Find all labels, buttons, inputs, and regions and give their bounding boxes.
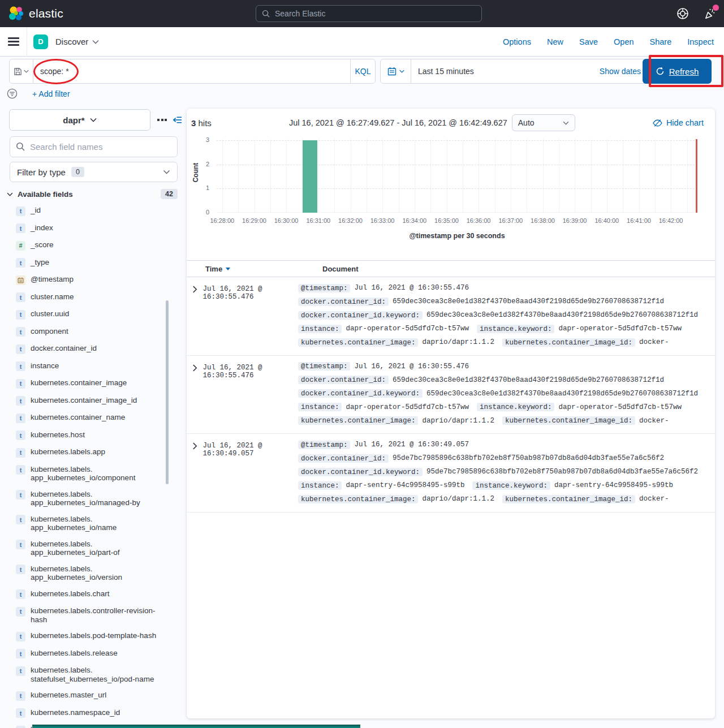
date-quick-menu-button[interactable] [381,59,411,83]
chevron-down-icon [24,70,29,73]
save-button[interactable]: Save [579,37,598,46]
notification-dot [713,5,719,11]
collapse-sidebar-icon[interactable] [173,116,182,124]
refresh-button[interactable]: Refresh [643,59,712,84]
field-item[interactable]: tkubernetes.​labels.​app [16,444,187,462]
discover-app-badge[interactable]: D [33,35,48,49]
elastic-logo[interactable]: elastic [0,6,63,21]
field-key-chip: kubernetes.container_image_id: [502,416,635,425]
field-name: cluster.​name [31,292,163,301]
field-value: dapr-operator-5d5dfd7cb-t57ww [346,325,469,333]
field-value: 95de7bc7985896c638bfb702eb8f750ab987b07d… [393,454,664,462]
field-item[interactable]: tkubernetes.​namespace_id [16,705,187,722]
field-value: 659dec30cea3c8e0e1d382f4370be8aad430f219… [426,311,698,319]
menu-icon[interactable] [8,36,19,48]
filter-icon[interactable] [7,88,18,99]
field-item[interactable]: tcomponent [16,324,187,341]
field-item[interactable]: tkubernetes.​labels.​controller-revision… [16,603,187,628]
field-item[interactable]: tkubernetes.​labels.​app_kubernetes_io/c… [16,462,187,486]
gridline-horizontal [217,140,697,141]
show-dates-button[interactable]: Show dates [600,67,648,76]
field-key-chip: instance.keyword: [472,481,550,490]
inspect-button[interactable]: Inspect [687,37,714,46]
available-fields-header[interactable]: Available fields 42 [7,189,178,199]
field-type-string-badge: t [16,515,25,524]
field-item[interactable]: t_index [16,220,187,238]
field-item[interactable]: tcluster.​uuid [16,306,187,324]
field-item[interactable]: tkubernetes.​labels.​app_kubernetes_io/n… [16,511,187,536]
eye-closed-icon [653,118,662,128]
field-item[interactable]: tkubernetes.​labels.​statefulset_kuberne… [16,662,187,687]
field-item[interactable]: tkubernetes.​labels.​app_kubernetes_io/p… [16,536,187,561]
index-pattern-selector[interactable]: dapr* [9,109,150,131]
row-document-summary: @timestamp:Jul 16, 2021 @ 16:30:49.057do… [298,440,706,505]
field-key-chip: kubernetes.container_image: [298,495,419,503]
field-item[interactable]: tdocker.​container_id [16,341,187,358]
expand-row-button[interactable] [187,440,203,505]
field-item[interactable]: tkubernetes.​container_image [16,375,187,393]
open-button[interactable]: Open [614,37,634,46]
gridline-vertical [479,139,479,213]
y-tick-label: 0 [187,209,209,216]
help-icon[interactable] [675,6,690,21]
hide-chart-label: Hide chart [666,118,704,127]
sidebar-scrollbar[interactable] [166,300,169,484]
field-item[interactable]: tkubernetes.​container_name [16,410,187,427]
expand-row-button[interactable] [187,362,203,427]
query-language-button[interactable]: KQL [350,59,375,83]
query-input[interactable]: scope: * [33,67,350,76]
expand-row-button[interactable] [187,283,203,348]
histogram-chart[interactable]: Count @timestamp per 30 seconds 012316:2… [187,135,715,252]
field-item[interactable]: tkubernetes.​labels.​release [16,645,187,663]
field-pair: docker.container_id:95de7bc7985896c638bf… [298,454,664,462]
field-item[interactable]: #_score [16,237,187,255]
field-item[interactable]: t_type [16,255,187,272]
field-item[interactable]: t_id [16,203,187,220]
field-item[interactable]: tcluster.​name [16,289,187,307]
field-item[interactable]: tkubernetes.​labels.​app_kubernetes_io/v… [16,561,187,586]
field-item[interactable]: tkubernetes.​labels.​chart [16,586,187,604]
newsfeed-icon[interactable] [703,6,717,21]
gridline-vertical [334,139,335,213]
document-line: docker.container_id.keyword:95de7bc79858… [298,467,706,477]
saved-query-menu-button[interactable] [10,59,33,83]
field-value: Jul 16, 2021 @ 16:30:49.057 [354,441,469,449]
field-value: Jul 16, 2021 @ 16:30:55.476 [354,363,469,371]
global-search-input[interactable]: Search Elastic [256,5,482,22]
field-item[interactable]: tinstance [16,358,187,376]
gridline-vertical [623,139,623,213]
field-type-string-badge: t [16,490,25,499]
timerange-value[interactable]: Last 15 minutes [411,67,600,76]
field-type-string-badge: t [16,396,25,406]
document-line: docker.container_id:659dec30cea3c8e0e1d3… [298,297,706,307]
options-button[interactable]: Options [503,37,531,46]
share-button[interactable]: Share [650,37,672,46]
hide-chart-button[interactable]: Hide chart [653,118,706,128]
elastic-logo-icon [8,6,24,21]
field-key-chip: @timestamp: [298,284,351,292]
field-name: kubernetes.​container_name [31,413,163,422]
interval-value: Auto [518,118,535,127]
histogram-bar[interactable] [303,140,318,213]
new-button[interactable]: New [547,37,563,46]
field-name: _id [31,206,163,215]
index-pattern-options-icon[interactable] [157,119,167,121]
field-item[interactable]: @timestamp [16,272,187,289]
field-key-chip: docker.container_id: [298,376,389,384]
field-item[interactable]: tkubernetes.​labels.​app_kubernetes_io/m… [16,486,187,511]
field-item[interactable]: tkubernetes.​master_url [16,687,187,705]
field-type-string-badge: t [16,430,25,440]
document-column-header: Document [322,265,359,273]
filter-by-type-dropdown[interactable]: Filter by type 0 [10,162,178,182]
breadcrumb[interactable]: Discover [55,37,99,46]
search-field-names-input[interactable]: Search field names [10,136,178,157]
add-filter-button[interactable]: + Add filter [32,89,70,98]
plot-area [217,139,697,213]
field-item[interactable]: tkubernetes.​host [16,427,187,445]
time-column-header[interactable]: Time [205,265,322,273]
field-pair: instance:dapr-operator-5d5dfd7cb-t57ww [298,403,469,411]
field-item[interactable]: tkubernetes.​labels.​pod-template-hash [16,628,187,645]
interval-select[interactable]: Auto [512,114,575,131]
row-time-value: Jul 16, 2021 @ 16:30:55.476 [203,362,298,427]
field-item[interactable]: tkubernetes.​container_image_id [16,393,187,410]
